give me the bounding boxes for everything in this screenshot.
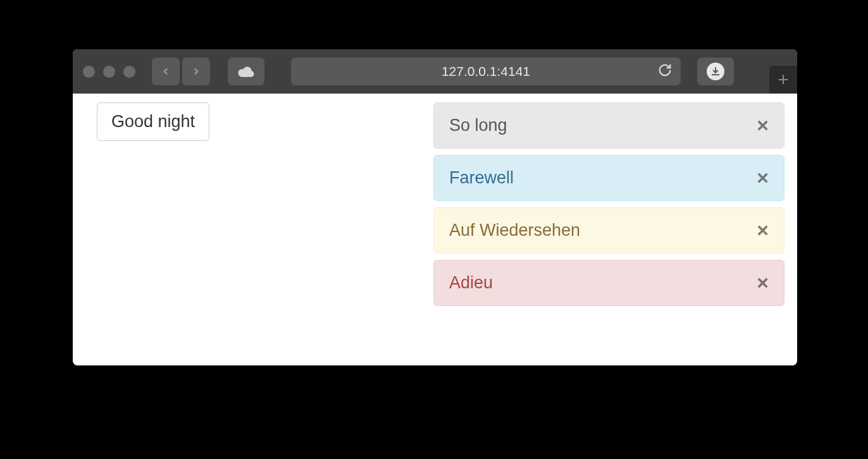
alert-text: Farewell xyxy=(449,168,514,188)
back-button[interactable] xyxy=(152,58,180,85)
reload-button[interactable] xyxy=(658,63,672,80)
close-icon[interactable]: × xyxy=(757,277,769,289)
left-column: Good night xyxy=(85,102,421,357)
window-controls xyxy=(83,66,135,78)
address-bar[interactable]: 127.0.0.1:4141 xyxy=(291,58,681,85)
alert-item: Farewell × xyxy=(433,155,784,201)
alert-item: So long × xyxy=(433,102,784,149)
reload-icon xyxy=(658,63,672,77)
browser-titlebar: 127.0.0.1:4141 + xyxy=(73,49,797,94)
address-text: 127.0.0.1:4141 xyxy=(442,64,530,79)
chevron-right-icon xyxy=(190,66,202,77)
browser-window: 127.0.0.1:4141 + Good night So long × xyxy=(73,49,797,365)
alert-text: So long xyxy=(449,116,507,135)
close-icon[interactable]: × xyxy=(757,172,769,184)
alert-item: Adieu × xyxy=(433,260,784,306)
new-tab-button[interactable]: + xyxy=(769,66,797,94)
close-icon[interactable]: × xyxy=(757,224,769,236)
close-icon[interactable]: × xyxy=(757,119,769,132)
download-icon xyxy=(707,63,724,80)
alert-text: Adieu xyxy=(449,273,493,293)
cloud-button[interactable] xyxy=(228,58,264,85)
close-window-button[interactable] xyxy=(83,66,95,78)
maximize-window-button[interactable] xyxy=(123,66,135,78)
minimize-window-button[interactable] xyxy=(103,66,115,78)
nav-buttons xyxy=(152,58,210,85)
page-content: Good night So long × Farewell × Auf Wied… xyxy=(73,94,797,365)
alert-text: Auf Wiedersehen xyxy=(449,221,580,240)
good-night-button[interactable]: Good night xyxy=(97,102,209,141)
right-column: So long × Farewell × Auf Wiedersehen × A… xyxy=(433,102,784,357)
plus-icon: + xyxy=(778,69,789,90)
alert-item: Auf Wiedersehen × xyxy=(433,207,784,254)
forward-button[interactable] xyxy=(182,58,210,85)
downloads-button[interactable] xyxy=(697,58,734,85)
cloud-icon xyxy=(237,65,256,78)
chevron-left-icon xyxy=(160,66,171,77)
